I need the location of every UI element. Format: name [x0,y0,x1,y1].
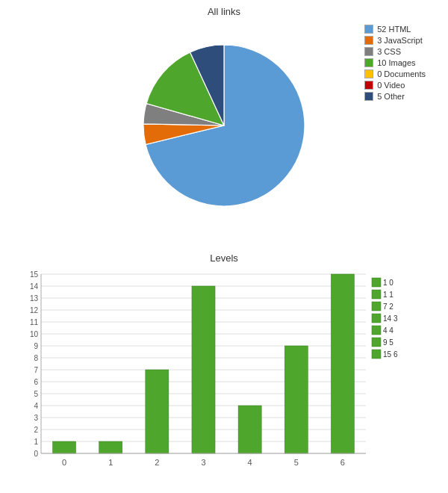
bar-legend-color [372,338,381,347]
bar-legend-label: 1 0 [383,279,393,287]
legend-item: 52 HTML [364,25,426,34]
y-axis-label: 10 [30,330,39,338]
y-axis-label: 14 [30,282,39,291]
x-axis-label: 4 [248,458,252,467]
legend-color-box [364,36,373,45]
bar [53,441,76,453]
y-axis-label: 8 [34,354,38,362]
x-axis-label: 5 [294,458,299,467]
legend-label: 0 Documents [377,69,426,78]
bar-legend-label: 7 2 [383,303,393,311]
pie-chart [134,36,314,215]
bar [99,441,122,453]
legend-label: 52 HTML [377,25,411,34]
pie-area: 52 HTML3 JavaScript3 CSS10 Images0 Docum… [0,17,448,234]
y-axis-label: 2 [34,426,38,434]
y-axis-label: 3 [34,414,38,422]
bar-legend-color [372,290,381,299]
legend-color-box [364,81,373,90]
legend-color-box [364,92,373,101]
bar-legend-color [372,314,381,323]
y-axis-label: 1 [34,438,38,446]
bar-legend-label: 9 5 [383,338,393,347]
legend-label: 3 CSS [377,47,401,56]
y-axis-label: 9 [34,342,38,350]
bar-legend-label: 15 6 [383,350,398,359]
bar-section: Levels 012345678910111213141501234561 01… [0,246,448,493]
x-axis-label: 2 [155,458,159,467]
bar-legend-color [372,326,381,335]
bar-legend-color [372,302,381,311]
pie-section: All links 52 HTML3 JavaScript3 CSS10 Ima… [0,0,448,246]
y-axis-label: 4 [34,402,38,410]
y-axis-label: 15 [30,270,39,279]
pie-legend: 52 HTML3 JavaScript3 CSS10 Images0 Docum… [364,25,426,101]
legend-color-box [364,58,373,67]
bar [146,370,169,453]
legend-label: 10 Images [377,58,415,67]
y-axis-label: 6 [34,378,38,386]
main-container: All links 52 HTML3 JavaScript3 CSS10 Ima… [0,0,448,493]
legend-color-box [364,25,373,34]
bar-title: Levels [210,252,238,264]
bar-chart: 012345678910111213141501234561 01 17 214… [15,267,433,476]
x-axis-label: 0 [62,458,66,467]
y-axis-label: 5 [34,390,38,398]
legend-item: 10 Images [364,58,426,67]
bar-area: 012345678910111213141501234561 01 17 214… [15,267,433,476]
legend-label: 0 Video [377,81,405,90]
y-axis-label: 12 [30,306,39,314]
bar-legend-label: 4 4 [383,326,393,335]
x-axis-label: 6 [340,458,345,467]
pie-title: All links [208,6,240,17]
x-axis-label: 1 [108,458,113,467]
bar-legend-color [372,350,381,359]
legend-color-box [364,47,373,56]
legend-label: 3 JavaScript [377,36,423,45]
legend-item: 0 Documents [364,69,426,78]
bar [331,274,354,453]
bar-legend-label: 14 3 [383,314,398,323]
x-axis-label: 3 [201,458,205,467]
bar-legend-label: 1 1 [383,291,393,299]
y-axis-label: 0 [34,450,38,458]
legend-color-box [364,69,373,78]
bar [238,406,261,453]
legend-item: 0 Video [364,81,426,90]
bar-legend-color [372,278,381,287]
legend-item: 3 JavaScript [364,36,426,45]
y-axis-label: 11 [30,318,39,326]
legend-item: 5 Other [364,92,426,101]
y-axis-label: 7 [34,366,38,374]
bar [192,286,215,453]
legend-item: 3 CSS [364,47,426,56]
bar [284,346,308,453]
legend-label: 5 Other [377,92,405,101]
y-axis-label: 13 [30,294,39,303]
